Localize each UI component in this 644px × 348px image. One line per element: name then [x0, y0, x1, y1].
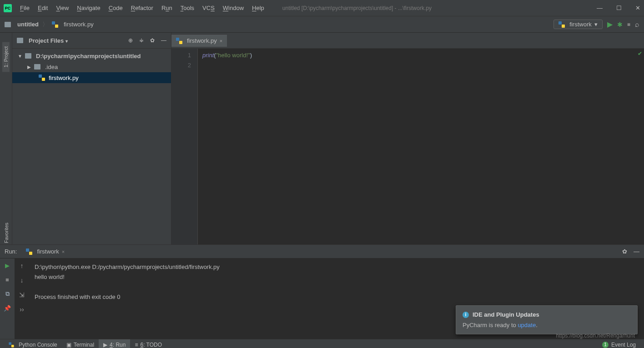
btab-label: 6: TODO	[140, 342, 162, 348]
main-area: 1: Project Project Files ⊕ ≑ ✿ — ▼ D:\py…	[0, 33, 644, 244]
btab-event-log[interactable]: 1 Event Log	[602, 342, 640, 348]
menu-tools[interactable]: Tools	[181, 5, 194, 11]
run-config-label: firstwork	[569, 21, 591, 28]
btab-label: Terminal	[74, 342, 94, 348]
gear-icon[interactable]: ✿	[150, 37, 155, 44]
breadcrumb-file[interactable]: firstwork.py	[64, 21, 94, 28]
chevron-down-icon[interactable]: ▼	[17, 54, 23, 59]
locate-icon[interactable]: ⊕	[128, 37, 133, 44]
sidebar-tab-project[interactable]: 1: Project	[2, 42, 10, 72]
window-controls: — ☐ ✕	[597, 5, 640, 11]
btab-terminal[interactable]: ▣ Terminal	[62, 339, 99, 348]
menu-edit[interactable]: Edit	[38, 5, 48, 11]
hide-panel-icon[interactable]: —	[161, 37, 166, 44]
run-button-icon[interactable]: ▶	[607, 20, 613, 29]
folder-icon	[34, 64, 40, 70]
tab-close-icon[interactable]: ×	[220, 38, 222, 44]
toast-suffix: .	[536, 322, 538, 328]
pin-icon[interactable]: 📌	[4, 305, 11, 312]
folder-icon	[17, 38, 23, 43]
list-icon: ≡	[135, 342, 138, 348]
menu-refactor[interactable]: Refactor	[131, 5, 153, 11]
breadcrumb-separator: 〉	[42, 20, 48, 29]
run-config-selector[interactable]: firstwork ▾	[553, 20, 602, 29]
up-arrow-icon[interactable]: ↑	[20, 262, 24, 269]
inspection-ok-icon[interactable]: ✔	[638, 50, 642, 57]
btab-todo[interactable]: ≡ 6: TODO	[130, 339, 166, 348]
tree-root-node[interactable]: ▼ D:\pycharm\pycharmprojects\untitled	[12, 50, 171, 61]
line-gutter: 1 2	[171, 49, 198, 244]
editor-tab[interactable]: firstwork.py ×	[171, 34, 227, 47]
watermark-text: https://blog.csdn.net/Rengarhunt	[556, 333, 635, 339]
window-title: untitled [D:\pycharm\pycharmprojects\unt…	[282, 5, 432, 11]
project-tree: ▼ D:\pycharm\pycharmprojects\untitled ▶ …	[12, 49, 171, 244]
line-number: 2	[171, 60, 191, 70]
btab-label: Event Log	[611, 342, 636, 348]
menu-code[interactable]: Code	[109, 5, 123, 11]
console-line: Process finished with exit code 0	[35, 292, 639, 302]
python-icon	[26, 249, 32, 255]
rerun-icon[interactable]: ▶	[5, 262, 10, 269]
down-arrow-icon[interactable]: ↓	[20, 277, 24, 284]
event-count-badge: 1	[602, 342, 609, 348]
run-header-label: Run:	[5, 248, 17, 255]
menu-view[interactable]: View	[56, 5, 69, 11]
btab-python-console[interactable]: Python Console	[4, 339, 62, 348]
folder-icon	[25, 53, 31, 59]
navigation-bar: untitled 〉 firstwork.py firstwork ▾ ▶ ✱ …	[0, 16, 644, 33]
run-tool-window: Run: firstwork × ✿ — ▶ ■ ⧉ 📌 ↑ ↓ ⇲ ›› D:…	[0, 244, 644, 339]
search-icon[interactable]: ⌕	[635, 20, 639, 29]
menu-vcs[interactable]: VCS	[202, 5, 215, 11]
breadcrumb: untitled 〉 firstwork.py	[5, 20, 94, 29]
project-view-dropdown[interactable]: Project Files	[29, 37, 68, 44]
console-line: D:\python\python.exe D:/pycharm/pycharmp…	[35, 262, 639, 272]
tree-file-node[interactable]: firstwork.py	[12, 72, 171, 83]
main-menu: File Edit View Navigate Code Refactor Ru…	[20, 5, 264, 11]
btab-label: 4: Run	[110, 342, 126, 348]
python-icon	[9, 342, 14, 347]
tree-idea-label: .idea	[45, 64, 58, 70]
menu-run[interactable]: Run	[161, 5, 172, 11]
run-tab[interactable]: firstwork ×	[22, 247, 68, 256]
play-icon: ▶	[103, 342, 107, 348]
editor-body[interactable]: 1 2 print("hello world!") ✔	[171, 49, 644, 244]
stop-button-icon[interactable]: ■	[627, 21, 630, 28]
project-panel-header: Project Files ⊕ ≑ ✿ —	[12, 33, 171, 49]
editor-area: firstwork.py × 1 2 print("hello world!")…	[171, 33, 644, 244]
notification-toast[interactable]: i IDE and Plugin Updates PyCharm is read…	[456, 305, 638, 334]
toast-text: PyCharm is ready to	[463, 322, 518, 328]
console-line: hello world!	[35, 272, 639, 282]
run-tab-label: firstwork	[37, 248, 59, 255]
gear-icon[interactable]: ✿	[622, 248, 627, 255]
bottom-tool-tabs: Python Console ▣ Terminal ▶ 4: Run ≡ 6: …	[0, 339, 644, 348]
menu-navigate[interactable]: Navigate	[77, 5, 100, 11]
toast-body: PyCharm is ready to update.	[463, 322, 631, 328]
menu-file[interactable]: File	[20, 5, 30, 11]
python-file-icon	[176, 38, 182, 44]
maximize-icon[interactable]: ☐	[616, 5, 622, 11]
folder-icon	[5, 22, 11, 27]
debug-button-icon[interactable]: ✱	[617, 21, 623, 28]
run-nav-column: ↑ ↓ ⇲ ››	[15, 259, 29, 339]
run-tab-close-icon[interactable]: ×	[62, 249, 65, 254]
menu-window[interactable]: Window	[223, 5, 244, 11]
toast-update-link[interactable]: update	[518, 322, 536, 328]
more-icon[interactable]: ››	[20, 306, 24, 313]
minimize-icon[interactable]: —	[597, 5, 603, 11]
hide-panel-icon[interactable]: —	[634, 248, 639, 255]
chevron-down-icon: ▾	[594, 21, 598, 28]
stop-icon[interactable]: ■	[5, 276, 9, 283]
layout-icon[interactable]: ⧉	[5, 290, 10, 298]
btab-run[interactable]: ▶ 4: Run	[99, 339, 130, 348]
terminal-icon: ▣	[66, 342, 71, 348]
breadcrumb-root[interactable]: untitled	[17, 21, 39, 28]
chevron-right-icon[interactable]: ▶	[26, 65, 32, 70]
tree-idea-node[interactable]: ▶ .idea	[12, 61, 171, 72]
menu-help[interactable]: Help	[252, 5, 264, 11]
collapse-icon[interactable]: ≑	[139, 37, 144, 44]
code-content[interactable]: print("hello world!")	[198, 49, 644, 244]
close-icon[interactable]: ✕	[635, 5, 640, 11]
export-icon[interactable]: ⇲	[19, 291, 25, 298]
line-number: 1	[171, 50, 191, 60]
python-icon	[558, 21, 565, 28]
